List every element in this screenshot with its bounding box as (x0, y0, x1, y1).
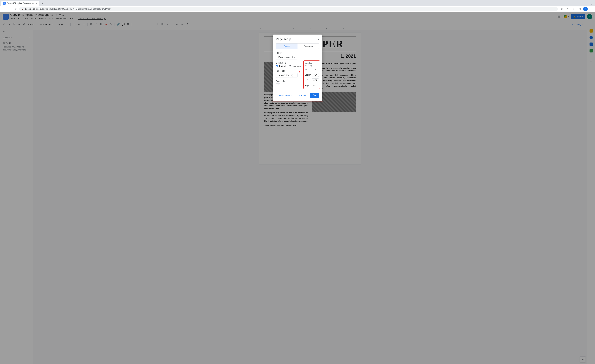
back-button[interactable]: ← (1, 7, 6, 11)
paper-size-dropdown[interactable]: Letter (8.5" x 11")▼ (276, 73, 298, 78)
margins-label: Margins (inches) (305, 62, 319, 67)
apply-to-dropdown[interactable]: Whole document▼ (276, 55, 297, 59)
share-page-icon[interactable]: ⇪ (565, 6, 570, 12)
tab-pages[interactable]: Pages (276, 43, 298, 49)
ok-button[interactable]: OK (310, 93, 319, 98)
docs-favicon: ≡ (3, 2, 6, 5)
margin-top-input[interactable] (312, 68, 319, 71)
close-icon[interactable]: × (317, 37, 319, 41)
margin-bottom-input[interactable] (312, 73, 319, 77)
orientation-landscape-radio[interactable]: Landscape (289, 65, 302, 67)
dialog-title: Page setup (276, 37, 291, 41)
forward-button[interactable]: → (7, 7, 12, 11)
browser-tabstrip: ≡ Copy of Template "Newspaper × + ⌄ (0, 0, 595, 6)
zoom-icon[interactable]: ⊕ (559, 6, 565, 12)
profile-avatar[interactable]: • (583, 7, 588, 11)
page-color-dropdown[interactable]: ▼ (276, 83, 280, 86)
chrome-menu-icon[interactable]: ⋮ (588, 6, 594, 12)
sidepanel-icon[interactable]: ◫ (577, 6, 582, 12)
orientation-label: Orientation (276, 62, 302, 64)
dialog-tabs: Pages Pageless (276, 43, 319, 49)
cancel-button[interactable]: Cancel (297, 93, 308, 98)
lock-icon: 🔒 (21, 8, 24, 10)
apply-to-label: Apply to (276, 51, 319, 54)
browser-toolbar: ← → ⟳ 🔒 docs.google.com/document/d/12aIg… (0, 6, 595, 12)
margin-left-input[interactable] (312, 78, 319, 82)
annotation-arrow (291, 72, 300, 72)
margins-highlight: Margins (inches) Top Bottom Left Right (303, 60, 320, 89)
reload-button[interactable]: ⟳ (13, 7, 18, 11)
tab-pageless[interactable]: Pageless (298, 43, 319, 49)
address-bar[interactable]: 🔒 docs.google.com/document/d/12aIgSAQUat… (19, 7, 558, 11)
new-tab-button[interactable]: + (40, 1, 45, 6)
page-color-label: Page color (276, 80, 302, 82)
tab-title: Copy of Template "Newspaper (7, 2, 34, 5)
margin-right-input[interactable] (312, 84, 319, 87)
bookmark-icon[interactable]: ☆ (571, 6, 576, 12)
set-as-default-button[interactable]: Set as default (276, 93, 294, 98)
tab-overflow-button[interactable]: ⌄ (589, 1, 594, 6)
browser-tab[interactable]: ≡ Copy of Template "Newspaper × (1, 1, 39, 6)
annotation-highlight: Page setup × Pages Pageless Apply to Who… (272, 34, 323, 101)
orientation-portrait-radio[interactable]: Portrait (276, 65, 286, 67)
close-icon[interactable]: × (35, 2, 37, 5)
page-setup-dialog: Page setup × Pages Pageless Apply to Who… (273, 35, 322, 101)
docs-app: ≡ Copy of Template "Newspaper 1" ☆ 🗀 ☁ F… (0, 12, 595, 364)
